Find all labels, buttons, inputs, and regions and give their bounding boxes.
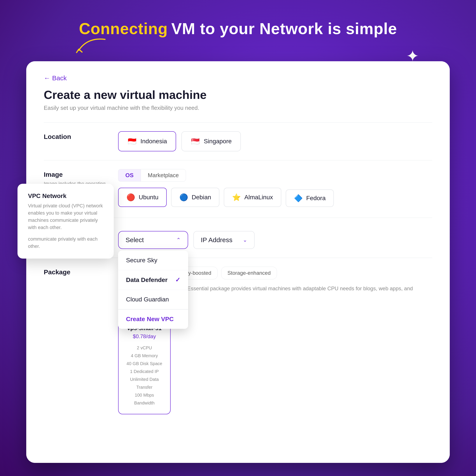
- image-options: 🔴 Ubuntu 🔵 Debian ⭐ AlmaLinux 🔷 Fedora: [118, 188, 432, 207]
- arrow-decoration: [70, 35, 109, 57]
- chevron-up-icon: ⌃: [176, 237, 181, 243]
- vpc-card-desc: Virtual private cloud (VPC) network enab…: [28, 202, 103, 231]
- vpc-card-title: VPC Network: [28, 192, 103, 200]
- tab-os[interactable]: OS: [118, 169, 141, 182]
- cloud-guardian-label: Cloud Guardian: [126, 296, 169, 303]
- debian-icon: 🔵: [179, 193, 188, 202]
- modal-container: ← Back Create a new virtual machine Easi…: [26, 61, 450, 463]
- spec-transfer: Unlimited Data Transfer: [126, 375, 162, 391]
- vpc-dropdown-menu: Secure Sky Data Defender ✓ Cloud Guardia…: [118, 251, 188, 329]
- spec-bandwidth: 100 Mbps Bandwidth: [126, 391, 162, 407]
- dropdown-item-data-defender[interactable]: Data Defender ✓: [118, 270, 188, 290]
- vpc-select-value: Select: [126, 236, 144, 244]
- vpc-card-desc-bottom: communicate privately with each other.: [28, 235, 103, 250]
- tab-storage-enhanced[interactable]: Storage-enhanced: [221, 267, 277, 279]
- ip-address-select[interactable]: IP Address ⌄: [193, 231, 255, 249]
- data-defender-label: Data Defender: [126, 276, 168, 284]
- dropdown-item-cloud-guardian[interactable]: Cloud Guardian: [118, 290, 188, 309]
- package-row: Package CPU-focused Memory-boosted Stora…: [44, 267, 432, 414]
- almalinux-icon: ⭐: [232, 193, 241, 202]
- check-icon: ✓: [175, 276, 180, 284]
- divider-1: [44, 122, 432, 122]
- ubuntu-icon: 🔴: [126, 193, 135, 202]
- header-rest: VM to your Network is simple: [171, 20, 397, 38]
- ip-address-label: IP Address: [201, 236, 233, 244]
- fedora-icon: 🔷: [294, 194, 303, 203]
- location-label: Location: [44, 133, 118, 140]
- dropdown-item-create-new[interactable]: Create New VPC: [118, 309, 188, 329]
- ip-chevron-down-icon: ⌄: [243, 237, 247, 243]
- image-tabs: OS Marketplace: [118, 169, 432, 182]
- vpc-select-trigger[interactable]: Select ⌃: [118, 231, 188, 249]
- vpc-content: Select ⌃ Secure Sky Data Defender ✓: [118, 227, 432, 249]
- modal-inner: ← Back Create a new virtual machine Easi…: [26, 61, 450, 463]
- location-row: Location 🇮🇩 Indonesia 🇸🇬 Singapore: [44, 131, 432, 151]
- image-content: OS Marketplace 🔴 Ubuntu 🔵 Debian ⭐ AlmaL…: [118, 169, 432, 207]
- spec-memory: 4 GB Memory: [126, 352, 162, 360]
- debian-label: Debian: [192, 194, 211, 201]
- indonesia-flag: 🇮🇩: [127, 136, 137, 146]
- page-subtitle: Easily set up your virtual machine with …: [44, 104, 432, 111]
- package-card-price: $0.78/day: [126, 333, 162, 340]
- spec-disk: 40 GB Disk Space: [126, 360, 162, 368]
- tab-marketplace[interactable]: Marketplace: [141, 169, 186, 182]
- image-almalinux[interactable]: ⭐ AlmaLinux: [224, 188, 281, 207]
- page-title: Create a new virtual machine: [44, 88, 432, 102]
- spec-ip: 1 Dedicated IP: [126, 368, 162, 375]
- location-options: 🇮🇩 Indonesia 🇸🇬 Singapore: [118, 131, 432, 151]
- singapore-flag: 🇸🇬: [190, 136, 200, 146]
- indonesia-label: Indonesia: [140, 138, 167, 145]
- image-fedora[interactable]: 🔷 Fedora: [286, 189, 334, 207]
- package-specs: 2 vCPU 4 GB Memory 40 GB Disk Space 1 De…: [126, 344, 162, 407]
- location-content: 🇮🇩 Indonesia 🇸🇬 Singapore: [118, 131, 432, 151]
- package-label-col: Package: [44, 267, 118, 278]
- image-debian[interactable]: 🔵 Debian: [171, 188, 220, 207]
- location-singapore[interactable]: 🇸🇬 Singapore: [181, 131, 241, 151]
- back-button[interactable]: ← Back: [44, 74, 432, 82]
- image-ubuntu[interactable]: 🔴 Ubuntu: [118, 188, 167, 207]
- secure-sky-label: Secure Sky: [126, 257, 157, 264]
- singapore-label: Singapore: [204, 138, 232, 145]
- ubuntu-label: Ubuntu: [139, 194, 158, 201]
- location-indonesia[interactable]: 🇮🇩 Indonesia: [118, 131, 176, 151]
- vpc-controls: Select ⌃ Secure Sky Data Defender ✓: [118, 231, 432, 249]
- package-label: Package: [44, 268, 118, 276]
- divider-2: [44, 160, 432, 160]
- vpc-select-wrapper: Select ⌃ Secure Sky Data Defender ✓: [118, 231, 188, 249]
- vpc-info-card: VPC Network Virtual private cloud (VPC) …: [17, 184, 114, 258]
- spec-vcpu: 2 vCPU: [126, 344, 162, 352]
- create-new-label: Create New VPC: [126, 316, 174, 323]
- fedora-label: Fedora: [306, 195, 326, 202]
- image-label: Image: [44, 171, 118, 178]
- location-label-col: Location: [44, 131, 118, 142]
- almalinux-label: AlmaLinux: [244, 194, 273, 201]
- dropdown-item-secure-sky[interactable]: Secure Sky: [118, 251, 188, 270]
